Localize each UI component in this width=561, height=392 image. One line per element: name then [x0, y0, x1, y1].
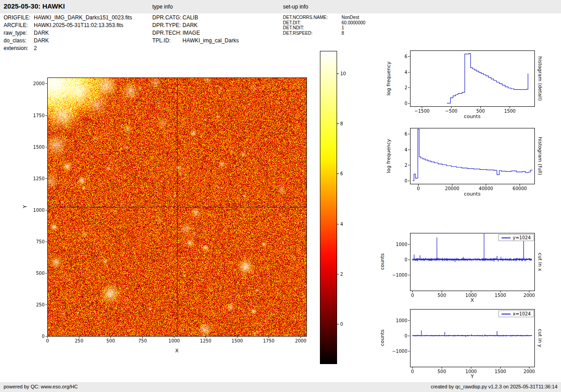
file-info-row: raw_type:DARK [4, 29, 132, 37]
histogram-full-right-label: histogram (full) [536, 128, 543, 184]
setup-info-row: DET.NCORRS.NAME:NonDest [283, 15, 365, 20]
qc-report-page: 2025-05-30: HAWKI type info set-up info … [0, 0, 561, 392]
meta-label: DET.DIT: [283, 20, 342, 26]
cut-x-legend: y=1024 [498, 234, 534, 241]
meta-value: IMAGE [182, 30, 200, 36]
type-info-panel: DPR.CATG:CALIB DPR.TYPE:DARK DPR.TECH:IM… [152, 14, 239, 45]
meta-value: NonDest [342, 15, 359, 20]
meta-label: extension: [4, 45, 34, 52]
histogram-detail-canvas [397, 48, 537, 117]
type-info-heading: type info [152, 4, 173, 10]
histogram-detail-ylabel: log frequency [385, 50, 392, 106]
cut-y-legend-label: x=1024 [513, 311, 531, 316]
dark-frame-image-canvas [26, 75, 310, 348]
main-xlabel: X [47, 348, 306, 354]
meta-label: DET.NDIT: [283, 25, 342, 31]
meta-label: DET.NCORRS.NAME: [283, 15, 342, 20]
meta-value: 8 [342, 31, 344, 36]
footer-bar: powered by QC: www.eso.org/HC created by… [0, 382, 561, 392]
histogram-full-xlabel: counts [410, 191, 534, 197]
cut-y-legend: x=1024 [498, 310, 534, 317]
footer-powered-by: powered by QC: www.eso.org/HC [4, 384, 78, 389]
meta-value: HAWKI_IMG_DARK_Darks151_0023.fits [34, 14, 132, 21]
cut-x-xlabel: X [410, 297, 534, 303]
cut-y-ylabel: counts [379, 309, 386, 367]
footer-created-by: created by qc_rawdisp.py v1.2.3 on 2025-… [431, 384, 557, 389]
page-title: 2025-05-30: HAWKI [4, 2, 65, 10]
main-ylabel: Y [22, 77, 29, 336]
meta-label: DPR.CATG: [152, 14, 182, 22]
type-info-row: DPR.CATG:CALIB [152, 14, 239, 22]
type-info-row: TPL.ID:HAWKI_img_cal_Darks [152, 37, 239, 45]
meta-label: do_class: [4, 37, 34, 45]
cut-y-xlabel: Y [410, 374, 534, 379]
meta-label: raw_type: [4, 29, 34, 37]
meta-label: DPR.TECH: [152, 29, 182, 37]
meta-value: 2 [34, 45, 37, 51]
meta-value: DARK [34, 37, 49, 44]
file-info-row: do_class:DARK [4, 37, 132, 45]
cut-x-ylabel: counts [379, 233, 386, 291]
colorbar-canvas [320, 50, 356, 368]
type-info-row: DPR.TYPE:DARK [152, 22, 239, 29]
type-info-row: DPR.TECH:IMAGE [152, 29, 239, 37]
file-info-row: extension:2 [4, 45, 132, 52]
meta-value: 1 [342, 25, 344, 30]
setup-info-heading: set-up info [283, 4, 308, 10]
cut-x-right-label: cut in x [536, 233, 543, 291]
meta-label: ARCFILE: [4, 22, 34, 29]
file-info-panel: ORIGFILE:HAWKI_IMG_DARK_Darks151_0023.fi… [4, 14, 132, 52]
meta-label: TPL.ID: [152, 37, 182, 45]
cut-y-right-label: cut in y [536, 309, 543, 367]
meta-value: DARK [34, 30, 49, 36]
file-info-row: ARCFILE:HAWKI.2025-05-31T11:02:13.353.fi… [4, 22, 132, 29]
setup-info-row: DET.RSPEED:8 [283, 31, 365, 36]
meta-value: CALIB [182, 14, 198, 21]
histogram-full-ylabel: log frequency [385, 128, 392, 184]
meta-value: 60.0000000 [342, 20, 365, 25]
cut-x-legend-label: y=1024 [513, 235, 531, 240]
meta-label: ORIGFILE: [4, 14, 34, 22]
setup-info-row: DET.DIT:60.0000000 [283, 20, 365, 26]
setup-info-panel: DET.NCORRS.NAME:NonDest DET.DIT:60.00000… [283, 15, 365, 36]
meta-value: HAWKI.2025-05-31T11:02:13.353.fits [34, 22, 123, 28]
legend-line-sample [502, 314, 511, 315]
meta-value: HAWKI_img_cal_Darks [182, 37, 239, 44]
meta-label: DPR.TYPE: [152, 22, 182, 29]
meta-value: DARK [182, 22, 197, 28]
header-bar: 2025-05-30: HAWKI type info set-up info [0, 0, 561, 14]
histogram-full-canvas [397, 125, 537, 195]
legend-line-sample [502, 237, 511, 238]
histogram-detail-xlabel: counts [410, 114, 534, 119]
setup-info-row: DET.NDIT:1 [283, 25, 365, 31]
histogram-detail-right-label: histogram (detail) [536, 50, 543, 106]
meta-label: DET.RSPEED: [283, 31, 342, 36]
file-info-row: ORIGFILE:HAWKI_IMG_DARK_Darks151_0023.fi… [4, 14, 132, 22]
